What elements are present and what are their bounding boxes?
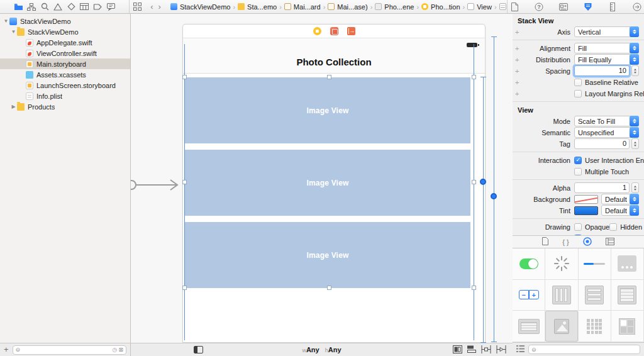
breadcrumb-view[interactable]: View bbox=[467, 3, 492, 11]
align-button[interactable] bbox=[467, 345, 476, 353]
tree-item-infoplist[interactable]: Info.plist bbox=[0, 91, 130, 101]
object-library-icon[interactable] bbox=[583, 237, 592, 247]
resize-handle[interactable] bbox=[182, 286, 187, 290]
baseline-relative-checkbox[interactable] bbox=[574, 79, 582, 86]
breadcrumb-stack-view[interactable]: Stack View bbox=[499, 3, 508, 11]
tint-color-well[interactable] bbox=[574, 206, 598, 215]
clears-graphics-checkbox[interactable] bbox=[574, 235, 582, 236]
opaque-checkbox[interactable] bbox=[574, 223, 582, 231]
constraint-knob-2[interactable] bbox=[491, 193, 497, 199]
quick-help-inspector-icon[interactable]: ? bbox=[532, 1, 546, 13]
tint-dropdown[interactable]: Default bbox=[601, 205, 639, 216]
resize-handle[interactable] bbox=[472, 75, 476, 79]
multiple-touch-checkbox[interactable] bbox=[574, 168, 582, 175]
alpha-field[interactable]: 1 bbox=[574, 182, 630, 193]
library-item-activity-indicator[interactable] bbox=[545, 248, 578, 280]
image-view-3[interactable]: Image View bbox=[185, 222, 470, 288]
media-library-icon[interactable] bbox=[606, 238, 614, 247]
library-item-collection-view[interactable] bbox=[579, 311, 611, 342]
library-item-table-view-cell[interactable] bbox=[513, 311, 545, 342]
report-navigator-icon[interactable] bbox=[105, 1, 116, 13]
library-item-page-control[interactable] bbox=[611, 248, 644, 280]
library-filter-field[interactable]: ⊖ bbox=[528, 345, 640, 354]
issue-navigator-icon[interactable] bbox=[52, 1, 64, 13]
constraint-knob-1[interactable] bbox=[480, 179, 486, 185]
library-item-slider[interactable] bbox=[579, 248, 611, 280]
back-button[interactable]: ‹ bbox=[148, 1, 155, 13]
alpha-stepper[interactable] bbox=[631, 182, 639, 193]
symbol-navigator-icon[interactable] bbox=[26, 1, 37, 13]
library-item-table-view[interactable] bbox=[611, 280, 644, 311]
breadcrumb-group[interactable]: Sta...emo bbox=[238, 3, 277, 11]
axis-dropdown[interactable]: Vertical bbox=[574, 26, 639, 37]
file-inspector-icon[interactable] bbox=[508, 1, 521, 13]
tree-item-launchscreen[interactable]: LaunchScreen.storyboard bbox=[0, 80, 130, 91]
spacing-stepper[interactable] bbox=[631, 65, 639, 76]
search-icon[interactable] bbox=[39, 1, 50, 13]
first-responder-icon[interactable] bbox=[330, 27, 338, 35]
distribution-dropdown[interactable]: Fill Equally bbox=[574, 54, 639, 65]
library-item-vertical-stack-view[interactable] bbox=[545, 280, 578, 311]
resize-handle[interactable] bbox=[472, 286, 476, 290]
breadcrumb-project[interactable]: StackViewDemo bbox=[170, 3, 231, 11]
recents-icon[interactable]: ◷ bbox=[113, 347, 118, 353]
user-interaction-checkbox[interactable] bbox=[574, 157, 582, 164]
constraint-line-1[interactable] bbox=[483, 77, 484, 343]
add-constraint-icon[interactable]: + bbox=[515, 45, 521, 52]
code-snippet-library-icon[interactable]: { } bbox=[562, 238, 569, 246]
stack-view[interactable]: Image View Image View Image View bbox=[185, 77, 470, 288]
exit-icon[interactable] bbox=[347, 27, 355, 35]
embed-in-stack-button[interactable] bbox=[453, 345, 462, 353]
add-constraint-icon[interactable]: + bbox=[515, 28, 521, 36]
breakpoint-navigator-icon[interactable] bbox=[92, 1, 103, 13]
library-item-collection-view-cell[interactable] bbox=[611, 311, 644, 342]
add-constraint-icon[interactable]: + bbox=[515, 79, 521, 86]
pin-constraints-button[interactable] bbox=[481, 345, 491, 353]
disclosure-triangle-icon[interactable]: ▼ bbox=[10, 29, 17, 35]
view-controller-icon[interactable] bbox=[313, 27, 321, 35]
test-navigator-icon[interactable] bbox=[65, 1, 77, 13]
breadcrumb-storyboard[interactable]: Mai...ard bbox=[284, 3, 321, 11]
resize-handle[interactable] bbox=[327, 75, 331, 79]
background-dropdown[interactable]: Default bbox=[601, 194, 639, 204]
breadcrumb-scene[interactable]: Pho...ene bbox=[375, 3, 414, 11]
library-item-image-view[interactable] bbox=[545, 311, 578, 342]
attributes-inspector-icon[interactable] bbox=[581, 1, 595, 13]
tree-item-project[interactable]: ▼ StackViewDemo bbox=[0, 16, 130, 26]
tree-item-viewcontroller[interactable]: ViewController.swift bbox=[0, 48, 130, 58]
add-constraint-icon[interactable]: + bbox=[515, 90, 521, 97]
resize-handle[interactable] bbox=[182, 180, 187, 184]
image-view-2[interactable]: Image View bbox=[185, 150, 470, 216]
navigator-filter-field[interactable]: ⊖ ◷ ⊠ bbox=[13, 345, 126, 355]
view-controller-card[interactable]: Photo Collection Image View Image View I… bbox=[182, 24, 486, 343]
entry-point-arrow[interactable] bbox=[131, 176, 184, 194]
resize-handle[interactable] bbox=[182, 75, 187, 79]
tree-item-products[interactable]: ▶ Products bbox=[0, 101, 130, 112]
view-controller-view[interactable]: Photo Collection Image View Image View I… bbox=[183, 39, 485, 342]
add-button[interactable]: + bbox=[4, 345, 9, 354]
hidden-checkbox[interactable] bbox=[609, 223, 617, 231]
resize-handle[interactable] bbox=[472, 180, 476, 184]
tag-stepper[interactable] bbox=[631, 138, 639, 149]
breadcrumb-view-controller[interactable]: Pho...tion bbox=[421, 3, 460, 11]
file-template-library-icon[interactable] bbox=[542, 237, 548, 247]
tree-item-appdelegate[interactable]: AppDelegate.swift bbox=[0, 37, 130, 48]
library-item-horizontal-stack-view[interactable] bbox=[579, 280, 611, 311]
size-inspector-icon[interactable] bbox=[606, 1, 619, 13]
background-color-well[interactable] bbox=[574, 195, 598, 204]
semantic-dropdown[interactable]: Unspecified bbox=[574, 127, 639, 138]
disclosure-triangle-icon[interactable]: ▶ bbox=[10, 104, 17, 109]
library-item-switch[interactable] bbox=[513, 248, 545, 280]
breadcrumb-storyboard-base[interactable]: Mai...ase) bbox=[328, 3, 367, 11]
list-view-icon[interactable] bbox=[516, 345, 525, 353]
add-constraint-icon[interactable]: + bbox=[515, 67, 521, 75]
tree-item-group[interactable]: ▼ StackViewDemo bbox=[0, 26, 130, 37]
constraint-line-2[interactable] bbox=[494, 36, 494, 342]
spacing-field[interactable]: 10 bbox=[574, 65, 630, 76]
alignment-dropdown[interactable]: Fill bbox=[574, 43, 639, 53]
mode-dropdown[interactable]: Scale To Fill bbox=[574, 116, 639, 126]
resize-handle[interactable] bbox=[327, 286, 331, 290]
forward-button[interactable]: › bbox=[156, 1, 164, 13]
storyboard-canvas[interactable]: Photo Collection Image View Image View I… bbox=[131, 14, 513, 343]
clear-filter-icon[interactable]: ⊠ bbox=[118, 347, 123, 353]
